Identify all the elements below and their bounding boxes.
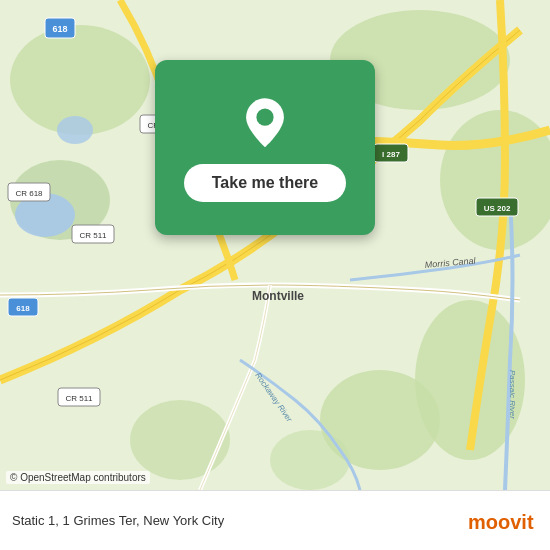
address-info: Static 1, 1 Grimes Ter, New York City <box>12 513 224 528</box>
svg-point-8 <box>270 430 350 490</box>
svg-text:CR 511: CR 511 <box>79 231 107 240</box>
moovit-logo: moovit <box>468 507 538 535</box>
popup-card: Take me there <box>155 60 375 235</box>
bottom-bar: Static 1, 1 Grimes Ter, New York City mo… <box>0 490 550 550</box>
svg-text:Passaic River: Passaic River <box>508 370 517 419</box>
svg-text:CR 511: CR 511 <box>65 394 93 403</box>
svg-text:Montville: Montville <box>252 289 304 303</box>
svg-text:CR 618: CR 618 <box>15 189 43 198</box>
svg-point-10 <box>57 116 93 144</box>
take-me-there-button[interactable]: Take me there <box>184 164 346 202</box>
map-copyright: © OpenStreetMap contributors <box>6 471 150 484</box>
svg-point-7 <box>130 400 230 480</box>
svg-point-32 <box>256 108 273 125</box>
svg-text:618: 618 <box>16 304 30 313</box>
map-container: 618 CR 511 CR 618 CR 511 618 CR 511 I 28… <box>0 0 550 490</box>
svg-text:US 202: US 202 <box>484 204 511 213</box>
location-pin-icon <box>235 94 295 154</box>
svg-text:moovit: moovit <box>468 511 534 533</box>
svg-text:I 287: I 287 <box>382 150 400 159</box>
moovit-logo-icon: moovit <box>468 507 538 535</box>
address-text: Static 1, 1 Grimes Ter, New York City <box>12 513 224 528</box>
svg-text:618: 618 <box>52 24 67 34</box>
